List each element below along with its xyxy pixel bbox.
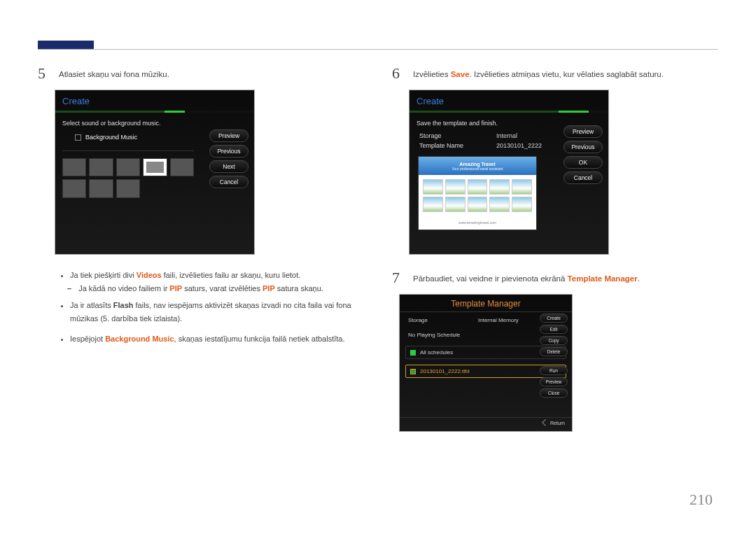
storage-value: Internal xyxy=(496,132,517,139)
left-column: 5 Atlasiet skaņu vai fona mūziku. Create… xyxy=(38,64,367,345)
page-accent-bar xyxy=(38,41,94,49)
sound-thumb[interactable] xyxy=(62,179,86,197)
spacer xyxy=(540,358,568,364)
panel6-button-stack: Preview Previous OK Cancel xyxy=(564,125,603,184)
previous-button[interactable]: Previous xyxy=(209,145,248,157)
preview-banner: Amazing Travel Your professional travel … xyxy=(419,157,536,175)
tm-body: Storage Internal Memory No Playing Sched… xyxy=(400,312,572,417)
sound-thumb[interactable] xyxy=(89,179,113,197)
step-7-text: Pārbaudiet, vai veidne ir pievienota ekr… xyxy=(413,269,640,285)
preview-thumb xyxy=(512,179,532,195)
previous-button[interactable]: Previous xyxy=(564,141,603,153)
text: Iespējojot xyxy=(70,335,105,343)
text: saturs, varat izvēlēties xyxy=(182,284,262,293)
panel-create-save: Create Save the template and finish. Sto… xyxy=(409,90,609,255)
sub-bullet: – Ja kādā no video failiem ir PIP saturs… xyxy=(67,282,367,295)
step-6-text: Izvēlieties Save. Izvēlieties atmiņas vi… xyxy=(413,64,664,80)
page-header-rule xyxy=(38,49,718,50)
bg-music-checkbox[interactable] xyxy=(75,134,81,141)
next-button[interactable]: Next xyxy=(209,160,248,173)
text: Ja tiek piešķirti divi xyxy=(70,271,136,279)
tm-edit-button[interactable]: Edit xyxy=(540,325,568,334)
step-5-number: 5 xyxy=(38,64,50,83)
tm-create-button[interactable]: Create xyxy=(540,314,568,323)
panel6-title: Create xyxy=(410,90,608,111)
text: . xyxy=(638,274,640,283)
sound-thumb-selected[interactable] xyxy=(143,158,167,176)
step-6-row: 6 Izvēlieties Save. Izvēlieties atmiņas … xyxy=(392,64,721,83)
panel5-subtitle: Select sound or background music. xyxy=(55,113,254,131)
preview-thumb xyxy=(468,197,488,212)
text: Pārbaudiet, vai veidne ir pievienota ekr… xyxy=(413,274,568,283)
flash-keyword: Flash xyxy=(113,301,134,309)
preview-thumb xyxy=(445,179,465,195)
right-column: 6 Izvēlieties Save. Izvēlieties atmiņas … xyxy=(392,64,721,446)
step5-bullet-list: Ja tiek piešķirti divi Videos faili, izv… xyxy=(57,269,367,282)
banner-title: Amazing Travel xyxy=(459,162,495,167)
tm-run-button[interactable]: Run xyxy=(540,366,568,375)
tm-return-label: Return xyxy=(550,421,565,426)
ok-button[interactable]: OK xyxy=(564,156,603,169)
sub-text: Ja kādā no video failiem ir PIP saturs, … xyxy=(78,282,323,295)
preview-thumbs xyxy=(419,175,536,216)
preview-button[interactable]: Preview xyxy=(209,129,248,142)
sound-thumb[interactable] xyxy=(62,158,86,176)
tm-file-label: 20130101_2222.tlfd xyxy=(420,368,470,374)
videos-keyword: Videos xyxy=(136,271,162,279)
bg-music-label: Background Music xyxy=(85,134,137,141)
tm-button-stack: Create Edit Copy Delete Run Preview Clos… xyxy=(540,314,568,398)
tm-copy-button[interactable]: Copy xyxy=(540,336,568,345)
text: , skaņas iestatījumu funkcija failā neti… xyxy=(174,335,345,343)
text: Ja ir atlasīts xyxy=(70,301,113,309)
preview-thumb xyxy=(423,179,443,195)
bullet-1: Ja tiek piešķirti divi Videos faili, izv… xyxy=(70,269,367,282)
sound-thumb[interactable] xyxy=(116,179,140,197)
preview-thumb xyxy=(445,197,465,212)
tname-label: Template Name xyxy=(419,142,482,149)
tm-close-button[interactable]: Close xyxy=(540,388,568,398)
preview-thumb xyxy=(489,179,510,195)
tm-delete-button[interactable]: Delete xyxy=(540,347,568,356)
step5-bullet-list-2: Ja ir atlasīts Flash fails, nav iespējam… xyxy=(57,299,367,345)
cancel-button[interactable]: Cancel xyxy=(564,171,603,184)
step-5-row: 5 Atlasiet skaņu vai fona mūziku. xyxy=(38,64,367,83)
tm-keyword: Template Manager xyxy=(568,274,638,283)
tm-return-row[interactable]: Return xyxy=(400,418,572,431)
bullet-2: Ja ir atlasīts Flash fails, nav iespējam… xyxy=(70,299,367,325)
panel5-thumb-grid xyxy=(62,158,194,198)
preview-thumb xyxy=(512,197,532,212)
tm-all-label: All schedules xyxy=(420,349,453,356)
tm-storage-value: Internal Memory xyxy=(478,317,519,323)
preview-thumb xyxy=(423,197,443,212)
panel-create-sound: Create Select sound or background music.… xyxy=(55,90,255,255)
banner-subtitle: Your professional travel assistant xyxy=(451,167,503,171)
panel5-button-stack: Preview Previous Next Cancel xyxy=(209,129,248,188)
preview-thumb xyxy=(468,179,488,195)
tname-value: 20130101_2222 xyxy=(496,142,542,149)
return-icon xyxy=(542,419,549,426)
cancel-button[interactable]: Cancel xyxy=(209,176,248,188)
preview-button[interactable]: Preview xyxy=(564,125,603,138)
sound-thumb[interactable] xyxy=(116,158,140,176)
text: Izvēlieties xyxy=(413,70,451,78)
preview-thumb xyxy=(489,197,510,212)
save-keyword: Save xyxy=(451,70,470,78)
tm-title: Template Manager xyxy=(400,295,572,311)
bgmusic-keyword: Background Music xyxy=(105,335,174,343)
pip-keyword: PIP xyxy=(169,284,182,293)
text: Ja kādā no video failiem ir xyxy=(78,284,169,293)
step-6-number: 6 xyxy=(392,64,405,83)
tm-preview-button[interactable]: Preview xyxy=(540,377,568,386)
tm-storage-label: Storage xyxy=(408,317,450,323)
sound-thumb[interactable] xyxy=(89,158,113,176)
sound-thumb[interactable] xyxy=(170,158,194,176)
panel5-title: Create xyxy=(55,90,254,111)
check-icon xyxy=(410,350,416,356)
step-7-row: 7 Pārbaudiet, vai veidne ir pievienota e… xyxy=(392,269,721,287)
page-number: 210 xyxy=(690,491,713,509)
panel-template-manager: Template Manager Storage Internal Memory… xyxy=(399,294,573,432)
dash-icon: – xyxy=(67,282,71,295)
step-7-number: 7 xyxy=(392,269,405,287)
text: faili, izvēlieties failu ar skaņu, kuru … xyxy=(162,271,301,279)
bullet-3: Iespējojot Background Music, skaņas iest… xyxy=(70,332,367,346)
